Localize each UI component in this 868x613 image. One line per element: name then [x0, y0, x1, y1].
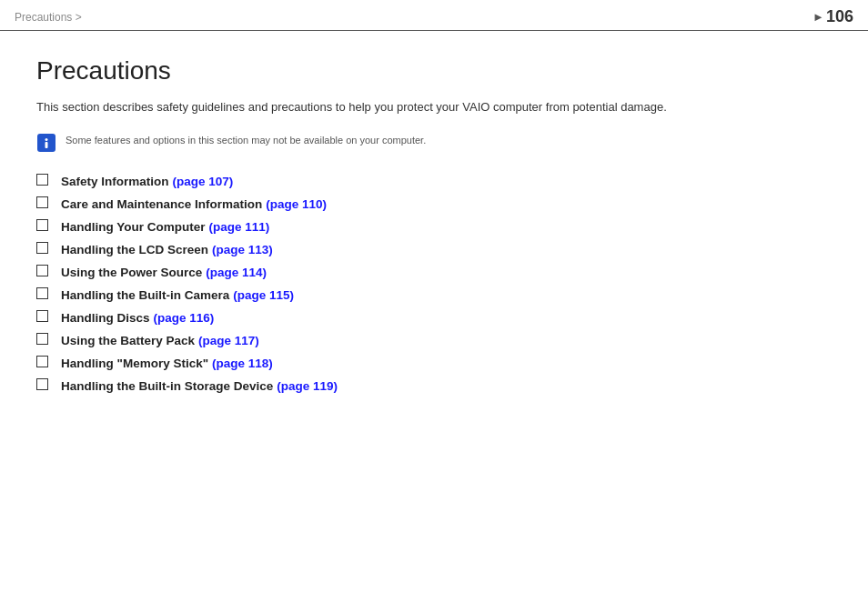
item-label-bold: Care and Maintenance Information: [61, 197, 262, 211]
checkbox-icon: [36, 174, 48, 186]
breadcrumb-bar: Precautions > ► 106: [0, 0, 868, 31]
page-number: 106: [826, 7, 853, 26]
checkbox-icon: [36, 219, 48, 231]
list-item: Handling the Built-in Camera(page 115): [36, 286, 832, 302]
main-content: Precautions This section describes safet…: [0, 31, 868, 427]
checkbox-icon: [36, 242, 48, 254]
list-item: Care and Maintenance Information(page 11…: [36, 196, 832, 211]
item-label-link[interactable]: (page 115): [233, 288, 294, 302]
info-icon: [36, 133, 56, 153]
checkbox-icon: [36, 333, 48, 345]
page-number-container: ► 106: [812, 7, 853, 26]
item-label-link[interactable]: (page 111): [209, 220, 270, 234]
checkbox-icon: [36, 378, 48, 390]
breadcrumb: Precautions >: [15, 11, 82, 24]
list-item: Handling Discs(page 116): [36, 309, 832, 325]
item-label-link[interactable]: (page 118): [212, 357, 273, 370]
list-item: Using the Power Source(page 114): [36, 264, 832, 279]
list-item: Using the Battery Pack(page 117): [36, 332, 832, 347]
item-label-bold: Handling the Built-in Camera: [61, 288, 229, 302]
list-item: Handling Your Computer(page 111): [36, 218, 832, 234]
item-label-bold: Handling the LCD Screen: [61, 243, 208, 256]
list-item: Handling the Built-in Storage Device(pag…: [36, 377, 832, 393]
checkbox-icon: [36, 265, 48, 276]
svg-point-1: [45, 138, 48, 141]
item-label-bold: Handling Discs: [61, 311, 150, 325]
svg-rect-2: [45, 142, 48, 148]
item-label-link[interactable]: (page 116): [154, 311, 215, 325]
checkbox-icon: [36, 196, 48, 208]
toc-list: Safety Information(page 107)Care and Mai…: [36, 173, 832, 393]
list-item: Handling "Memory Stick"(page 118): [36, 355, 832, 370]
note-box: Some features and options in this sectio…: [36, 133, 832, 153]
item-label-bold: Safety Information: [61, 175, 169, 188]
page-title: Precautions: [36, 56, 832, 85]
item-label-link[interactable]: (page 113): [212, 243, 273, 256]
arrow-right-icon: ►: [812, 10, 824, 24]
item-label-link[interactable]: (page 110): [266, 197, 327, 211]
list-item: Safety Information(page 107): [36, 173, 832, 188]
item-label-bold: Using the Power Source: [61, 266, 202, 279]
checkbox-icon: [36, 287, 48, 299]
note-text: Some features and options in this sectio…: [66, 133, 426, 148]
page-description: This section describes safety guidelines…: [36, 98, 832, 116]
checkbox-icon: [36, 356, 48, 367]
item-label-bold: Handling the Built-in Storage Device: [61, 379, 273, 393]
item-label-link[interactable]: (page 119): [277, 379, 338, 393]
item-label-link[interactable]: (page 107): [173, 175, 234, 188]
item-label-link[interactable]: (page 114): [206, 266, 267, 279]
item-label-bold: Handling Your Computer: [61, 220, 206, 234]
item-label-bold: Handling "Memory Stick": [61, 357, 208, 370]
item-label-link[interactable]: (page 117): [198, 334, 259, 347]
item-label-bold: Using the Battery Pack: [61, 334, 195, 347]
checkbox-icon: [36, 310, 48, 322]
list-item: Handling the LCD Screen(page 113): [36, 241, 832, 256]
